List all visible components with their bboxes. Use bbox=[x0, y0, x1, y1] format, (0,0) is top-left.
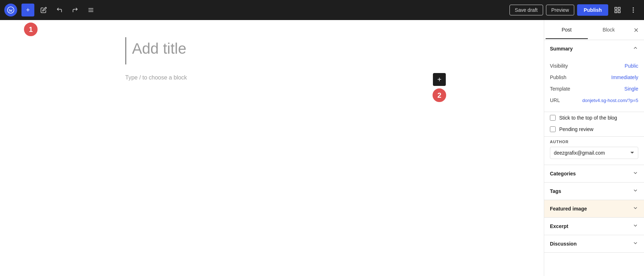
save-draft-button[interactable]: Save draft bbox=[509, 5, 543, 15]
add-block-inline-button[interactable]: + bbox=[433, 73, 446, 86]
pending-review-checkbox[interactable] bbox=[550, 126, 556, 132]
publish-label: Publish bbox=[550, 74, 566, 80]
visibility-row: Visibility Public bbox=[550, 60, 638, 72]
template-value[interactable]: Single bbox=[624, 86, 638, 92]
edit-tool-button[interactable] bbox=[37, 4, 50, 16]
tags-row[interactable]: Tags bbox=[544, 183, 644, 200]
discussion-chevron-down-icon bbox=[633, 240, 638, 247]
publish-button[interactable]: Publish bbox=[577, 4, 608, 16]
summary-chevron-up-icon bbox=[633, 45, 638, 52]
author-label: AUTHOR bbox=[550, 140, 638, 144]
summary-label: Summary bbox=[550, 46, 573, 52]
add-block-toolbar-button[interactable]: + bbox=[21, 4, 34, 16]
settings-toggle-button[interactable] bbox=[611, 4, 624, 16]
redo-button[interactable] bbox=[69, 4, 82, 16]
featured-image-label: Featured image bbox=[550, 206, 587, 212]
publish-row: Publish Immediately bbox=[550, 72, 638, 83]
svg-rect-7 bbox=[615, 11, 617, 13]
preview-button[interactable]: Preview bbox=[546, 5, 575, 15]
discussion-row[interactable]: Discussion bbox=[544, 235, 644, 253]
pending-review-row: Pending review bbox=[544, 124, 644, 137]
undo-button[interactable] bbox=[53, 4, 66, 16]
stick-to-top-row: Stick to the top of the blog bbox=[544, 112, 644, 124]
summary-section-header[interactable]: Summary bbox=[544, 40, 644, 57]
discussion-label: Discussion bbox=[550, 241, 577, 247]
main-toolbar: W + Save draft Preview Publish bbox=[0, 0, 644, 20]
visibility-label: Visibility bbox=[550, 63, 568, 69]
template-row: Template Single bbox=[550, 83, 638, 95]
stick-to-top-checkbox[interactable] bbox=[550, 115, 556, 121]
wordpress-logo: W bbox=[4, 4, 17, 16]
svg-rect-5 bbox=[615, 8, 617, 10]
url-value[interactable]: donjetv4.sg-host.com/?p=5 bbox=[582, 97, 638, 103]
summary-content: Visibility Public Publish Immediately Te… bbox=[544, 57, 644, 112]
svg-point-11 bbox=[633, 12, 634, 13]
author-section: AUTHOR deezgrafix@gmail.com bbox=[544, 137, 644, 165]
publish-value[interactable]: Immediately bbox=[611, 74, 638, 80]
url-row: URL donjetv4.sg-host.com/?p=5 bbox=[550, 95, 638, 106]
tags-chevron-down-icon bbox=[633, 188, 638, 195]
list-view-button[interactable] bbox=[84, 4, 97, 16]
svg-point-10 bbox=[633, 10, 634, 10]
svg-rect-6 bbox=[618, 8, 620, 10]
stick-to-top-label: Stick to the top of the blog bbox=[559, 115, 617, 121]
block-placeholder: Type / to choose a block bbox=[125, 73, 187, 82]
excerpt-row[interactable]: Excerpt bbox=[544, 218, 644, 235]
sidebar-tabs: Post Block bbox=[544, 20, 644, 40]
template-label: Template bbox=[550, 86, 570, 92]
step-1-badge: 1 bbox=[23, 21, 39, 37]
tab-block[interactable]: Block bbox=[588, 21, 630, 39]
categories-label: Categories bbox=[550, 171, 576, 176]
editor-area[interactable]: Type / to choose a block + 2 bbox=[0, 20, 544, 276]
url-label: URL bbox=[550, 97, 560, 103]
excerpt-label: Excerpt bbox=[550, 223, 568, 229]
more-options-button[interactable] bbox=[627, 4, 640, 16]
toolbar-right-actions: Save draft Preview Publish bbox=[509, 4, 640, 16]
step-2-badge: 2 bbox=[431, 87, 447, 103]
pending-review-label: Pending review bbox=[559, 126, 594, 132]
post-title-input[interactable] bbox=[132, 40, 413, 62]
tab-post[interactable]: Post bbox=[546, 21, 588, 39]
step-2-container: + 2 bbox=[431, 73, 447, 103]
visibility-value[interactable]: Public bbox=[625, 63, 638, 69]
categories-chevron-down-icon bbox=[633, 170, 638, 177]
sidebar-close-button[interactable] bbox=[630, 24, 643, 37]
featured-image-chevron-down-icon bbox=[633, 205, 638, 212]
main-area: 1 Type / to choose a block + 2 Post Bloc… bbox=[0, 20, 644, 276]
title-area[interactable] bbox=[125, 37, 419, 64]
svg-rect-8 bbox=[618, 11, 620, 13]
summary-section: Summary Visibility Public Publish Immedi… bbox=[544, 40, 644, 112]
excerpt-chevron-down-icon bbox=[633, 223, 638, 230]
svg-text:W: W bbox=[9, 8, 13, 13]
svg-point-9 bbox=[633, 8, 634, 8]
tags-label: Tags bbox=[550, 188, 561, 194]
sidebar: Post Block Summary Visi bbox=[544, 20, 644, 276]
featured-image-row[interactable]: Featured image bbox=[544, 200, 644, 218]
author-select[interactable]: deezgrafix@gmail.com bbox=[550, 147, 638, 159]
editor-content: Type / to choose a block + 2 bbox=[125, 37, 419, 82]
categories-row[interactable]: Categories bbox=[544, 165, 644, 183]
